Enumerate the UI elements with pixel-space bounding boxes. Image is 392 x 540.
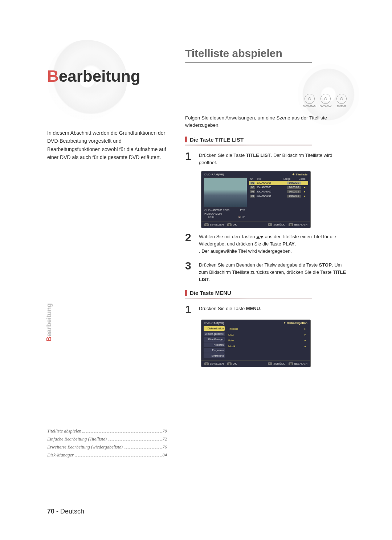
disc-circle-icon	[320, 94, 331, 104]
toc-label: Erweiterte Bearbeitung (wiedergabeliste)	[47, 444, 123, 450]
disc-compatibility-icons: DVD-RAM DVD-RW DVD-R	[185, 94, 348, 108]
osd-hint-move: BEWEGEN	[210, 223, 224, 226]
chapter-rest: earbeitung	[59, 67, 140, 85]
step-menu-1: 1 Drücken Sie die Taste MENU.	[185, 304, 348, 315]
osd-menu-row: DivX▸	[226, 332, 308, 337]
disc-circle-icon	[305, 94, 315, 104]
step-text-part: . Der ausgewählte Titel wird wiedergegeb…	[199, 248, 292, 254]
osd-hint-exit: BEENDEN	[294, 223, 307, 226]
up-arrow-icon	[256, 236, 260, 239]
toc-row: Disk-Manager 84	[47, 452, 167, 458]
subheading-rule	[185, 298, 312, 299]
osd-menu-row: Musik▸	[226, 344, 308, 349]
heading-underline	[185, 62, 312, 63]
toc-row: Erweiterte Bearbeitung (wiedergabeliste)…	[47, 444, 167, 450]
osd-sidebar: Disknavigation Wieder­-gabeliste Disk-Ma…	[204, 326, 225, 358]
two-column-layout: Bearbeitung In diesem Abschnitt werden d…	[47, 47, 348, 371]
step-text: Drücken Sie zum Beenden der Titelwiederg…	[199, 261, 348, 283]
osd-body: ▢ 19/JAN/2005 12:00PR6 ◔ 22/JAN/2005 12:…	[201, 178, 310, 221]
osd-side-item: Disk-Manager	[204, 337, 225, 342]
step-text-bold: TITLE LIST	[246, 153, 271, 158]
osd-list-row: 01 19/JAN/2005 00:00:21 ▸	[249, 181, 308, 185]
disc-label: DVD-RAM	[303, 105, 316, 108]
step-3: 3 Drücken Sie zum Beenden der Titelwiede…	[185, 260, 348, 283]
chevron-right-icon: ▸	[305, 339, 306, 342]
table-of-contents: Titelliste abspielen 70 Einfache Bearbei…	[47, 429, 167, 460]
osd-col-edit: Bearb.	[299, 178, 307, 180]
page: Bearbeitung In diesem Abschnitt werden d…	[0, 0, 392, 540]
step-2: 2 Wählen Sie mit den Tasten aus der Tite…	[185, 232, 348, 255]
step-text: Drücken Sie die Taste TITLE LIST. Der Bi…	[199, 152, 348, 166]
osd-left-pane: ▢ 19/JAN/2005 12:00PR6 ◔ 22/JAN/2005 12:…	[204, 178, 247, 219]
osd-title-bar: DVD-RAM(VR) ✦ Disknavigation	[201, 320, 310, 326]
subheading-text: Die Taste MENU	[190, 290, 231, 296]
play-arrow-icon: ▸	[302, 182, 307, 184]
osd-list-header: Nr. Titel Länge Bearb.	[249, 178, 308, 181]
ok-icon: ◉	[227, 362, 232, 365]
accent-bar-icon	[185, 290, 187, 296]
disc-icon-dvd-ram: DVD-RAM	[303, 94, 317, 108]
subheading-text: Die Taste TITLE LIST	[190, 137, 244, 143]
osd-hint-ok: OK	[233, 362, 237, 365]
subheading-title-list: Die Taste TITLE LIST	[185, 137, 348, 143]
osd-menu-row: Titelliste▸	[226, 326, 308, 332]
osd-title-list: Nr. Titel Länge Bearb. 01 19/JAN/2005 00…	[249, 178, 308, 219]
toc-row: Einfache Bearbeitung (Titelliste) 72	[47, 437, 167, 442]
step-number: 1	[185, 304, 195, 315]
chevron-right-icon: ▸	[305, 333, 306, 336]
osd-side-item: Einstellung	[204, 353, 225, 358]
chapter-initial: B	[47, 67, 59, 85]
toc-leader-dots	[82, 432, 161, 433]
page-footer: 70 - Deutsch	[47, 508, 84, 515]
osd-info-mode: SP	[242, 216, 245, 218]
step-text-part: .	[260, 306, 261, 311]
osd-body: Disknavigation Wieder­-gabeliste Disk-Ma…	[201, 326, 310, 360]
osd-disc-type: DVD-RAM(VR)	[204, 321, 224, 325]
osd-info-date2: 22/JAN/2005	[207, 212, 222, 215]
chapter-title: Bearbeitung	[47, 67, 167, 85]
osd-button-hints: ✥BEWEGEN ◉OK ↶ZURÜCK ▣BEENDEN	[201, 221, 310, 228]
osd-menu-row: Foto▸	[226, 338, 308, 343]
page-language: Deutsch	[58, 508, 84, 515]
osd-list-row: 04 20/JAN/2005 00:00:16 ▸	[249, 194, 308, 198]
chevron-right-icon: ▸	[305, 345, 306, 348]
toc-label: Disk-Manager	[47, 452, 74, 458]
toc-page: 72	[163, 437, 167, 442]
play-arrow-icon: ▸	[302, 186, 307, 189]
toc-row: Titelliste abspielen 70	[47, 429, 167, 434]
exit-icon: ▣	[289, 362, 293, 365]
step-number: 2	[185, 232, 195, 255]
accent-bar-icon	[185, 137, 187, 142]
osd-hint-ok: OK	[233, 223, 237, 226]
step-text-part: Drücken Sie die Taste	[199, 153, 246, 158]
osd-hint-exit: BEENDEN	[294, 362, 307, 365]
section-heading: Titelliste abspielen	[185, 47, 348, 60]
osd-titlelist-screenshot: DVD-RAM(VR) ✦ Titelliste ▢ 19/JAN/2005 1…	[201, 171, 310, 228]
osd-disc-type: DVD-RAM(VR)	[204, 173, 224, 176]
subheading-menu: Die Taste MENU	[185, 290, 348, 296]
osd-info-channel: PR6	[240, 208, 245, 212]
step-text-part: Drücken Sie zum Beenden der Titelwiederg…	[199, 262, 319, 268]
osd-screen-name: ✦ Titelliste	[292, 173, 307, 176]
disc-circle-icon	[336, 94, 347, 104]
step-1: 1 Drücken Sie die Taste TITLE LIST. Der …	[185, 151, 348, 166]
osd-side-item: Programm	[204, 348, 225, 353]
step-text: Wählen Sie mit den Tasten aus der Titell…	[199, 233, 348, 255]
toc-page: 84	[163, 452, 167, 458]
left-column: Bearbeitung In diesem Abschnitt werden d…	[47, 47, 167, 371]
dpad-icon: ✥	[204, 223, 209, 226]
chevron-right-icon: ▸	[305, 327, 306, 330]
down-arrow-icon	[260, 236, 264, 239]
osd-col-nr: Nr.	[250, 178, 255, 180]
step-text-part: Wählen Sie mit den Tasten	[199, 234, 256, 239]
osd-screen-name: ✦ Disknavigation	[283, 321, 307, 325]
step-text-bold: PLAY	[282, 241, 294, 247]
osd-side-item: Wieder­-gabeliste	[204, 332, 225, 336]
osd-list-row: 03 20/JAN/2005 00:00:15 ▸	[249, 190, 308, 194]
disc-label: DVD-R	[337, 105, 346, 108]
step-number: 1	[185, 151, 195, 166]
step-text-bold: MENU	[246, 306, 260, 311]
step-number: 3	[185, 260, 195, 283]
osd-hint-back: ZURÜCK	[273, 223, 285, 226]
osd-main-list: Titelliste▸ DivX▸ Foto▸ Musik▸	[226, 326, 308, 358]
